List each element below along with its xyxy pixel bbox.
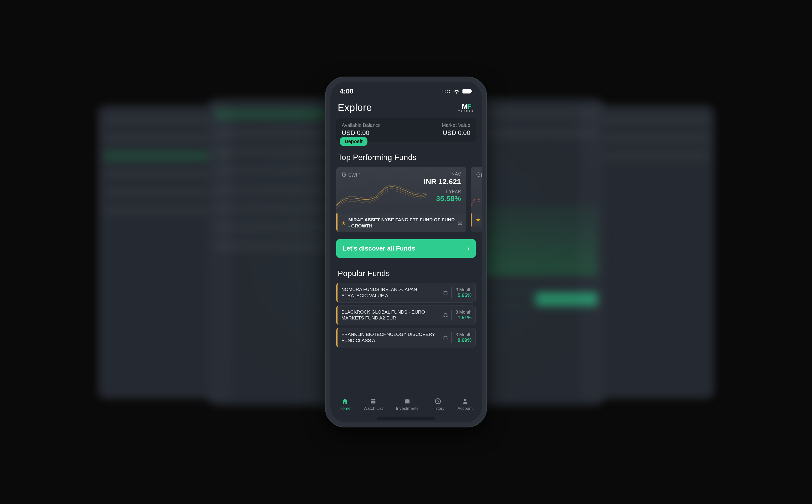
compare-icon[interactable]: ⚖ — [458, 220, 463, 226]
popular-fund-name: NOMURA FUNDS IRELAND-JAPAN STRATEGIC VAL… — [341, 287, 440, 299]
star-icon: ★ — [341, 220, 346, 226]
app-header: Explore MF TRADER — [330, 98, 482, 118]
available-balance-value: USD 0.00 — [342, 129, 381, 137]
svg-point-6 — [464, 399, 466, 401]
bottom-navbar: Home Watch List Investments History Acco… — [330, 394, 482, 417]
market-value-label: Market Value — [442, 122, 470, 128]
home-icon — [341, 398, 348, 405]
battery-icon — [463, 89, 472, 93]
popular-fund-row[interactable]: FRANKLIN BIOTECHNOLOGY DISCOVERY FUND CL… — [336, 328, 476, 347]
popular-fund-period: 3 Month — [456, 310, 472, 315]
cellular-icon: :::: — [442, 89, 451, 94]
popular-fund-name: FRANKLIN BIOTECHNOLOGY DISCOVERY FUND CL… — [341, 332, 440, 344]
status-bar: 4:00 :::: — [330, 82, 482, 98]
market-value-value: USD 0.00 — [442, 129, 470, 137]
popular-fund-row[interactable]: NOMURA FUNDS IRELAND-JAPAN STRATEGIC VAL… — [336, 283, 476, 302]
available-balance-label: Available Balance — [342, 122, 381, 128]
page-title: Explore — [338, 102, 372, 113]
nav-label: NAV — [424, 171, 461, 177]
chevron-right-icon: › — [467, 245, 469, 252]
app-logo: MF TRADER — [458, 103, 474, 113]
fund-name: MIRAE ASSET NYSE FANG ETF FUND OF FUND -… — [348, 217, 455, 229]
svg-rect-2 — [371, 399, 375, 400]
popular-fund-period: 3 Month — [456, 287, 472, 292]
compare-icon[interactable]: ⚖ — [443, 290, 448, 296]
popular-fund-return: 0.69% — [456, 337, 472, 343]
history-icon — [435, 398, 441, 405]
discover-all-funds-button[interactable]: Let's discover all Funds › — [336, 239, 476, 258]
return-value: 35.58% — [424, 194, 461, 203]
popular-fund-period: 3 Month — [456, 332, 472, 337]
svg-rect-0 — [463, 89, 471, 93]
fund-type-label: Growth — [342, 171, 360, 209]
popular-fund-return: 1.51% — [456, 315, 472, 320]
popular-funds-list: NOMURA FUNDS IRELAND-JAPAN STRATEGIC VAL… — [336, 283, 476, 347]
nav-watchlist[interactable]: Watch List — [363, 398, 383, 411]
popular-fund-row[interactable]: BLACKROCK GLOBAL FUNDS - EURO MARKETS FU… — [336, 305, 476, 325]
popular-fund-return: 5.65% — [456, 292, 472, 298]
compare-icon[interactable]: ⚖ — [443, 334, 448, 341]
app-screen: 4:00 :::: Explore MF TRADER — [330, 82, 482, 422]
nav-investments[interactable]: Investments — [396, 398, 419, 411]
nav-value: INR 12.621 — [424, 177, 461, 186]
nav-account[interactable]: Account — [458, 398, 473, 411]
compare-icon[interactable]: ⚖ — [443, 312, 448, 318]
wifi-icon — [453, 89, 460, 94]
popular-funds-section-title: Popular Funds — [338, 269, 474, 278]
balance-card: Available Balance USD 0.00 Market Value … — [336, 118, 476, 142]
status-time: 4:00 — [340, 87, 353, 95]
nav-history[interactable]: History — [432, 398, 445, 411]
fund-carousel[interactable]: Growth NAV INR 12.621 1 YEAR — [336, 167, 476, 232]
nav-home[interactable]: Home — [339, 398, 350, 411]
fund-card[interactable]: Growth NAV INR 12.621 1 YEAR — [336, 167, 467, 232]
watchlist-icon — [370, 398, 376, 405]
account-icon — [462, 398, 469, 405]
star-icon: ★ — [476, 217, 481, 223]
deposit-button[interactable]: Deposit — [340, 137, 367, 146]
svg-rect-3 — [371, 401, 375, 402]
home-indicator[interactable] — [376, 417, 436, 420]
top-funds-section-title: Top Performing Funds — [338, 153, 474, 162]
popular-fund-name: BLACKROCK GLOBAL FUNDS - EURO MARKETS FU… — [341, 309, 440, 321]
return-period: 1 YEAR — [424, 189, 461, 194]
discover-label: Let's discover all Funds — [343, 245, 415, 252]
svg-rect-4 — [371, 402, 375, 404]
phone-frame: 4:00 :::: Explore MF TRADER — [325, 77, 487, 427]
fund-card-next[interactable]: Gr ★ O — [471, 167, 482, 232]
briefcase-icon — [404, 398, 411, 405]
svg-rect-1 — [471, 90, 472, 92]
